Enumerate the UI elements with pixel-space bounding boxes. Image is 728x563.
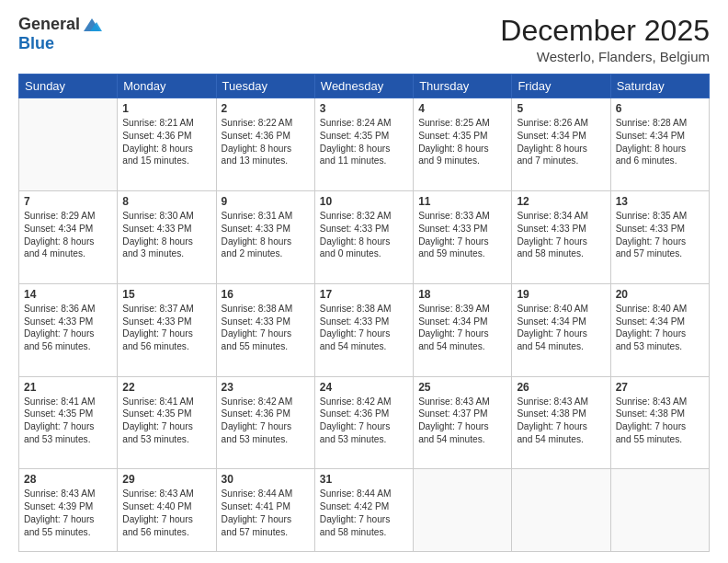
day-info: Sunrise: 8:34 AM Sunset: 4:33 PM Dayligh…	[517, 210, 605, 260]
table-row: 21Sunrise: 8:41 AM Sunset: 4:35 PM Dayli…	[19, 376, 118, 469]
table-row: 27Sunrise: 8:43 AM Sunset: 4:38 PM Dayli…	[610, 376, 709, 469]
day-number: 31	[320, 473, 408, 486]
table-row: 24Sunrise: 8:42 AM Sunset: 4:36 PM Dayli…	[314, 376, 413, 469]
table-row: 26Sunrise: 8:43 AM Sunset: 4:38 PM Dayli…	[512, 376, 610, 469]
day-info: Sunrise: 8:33 AM Sunset: 4:33 PM Dayligh…	[418, 210, 506, 260]
day-info: Sunrise: 8:21 AM Sunset: 4:36 PM Dayligh…	[122, 117, 210, 167]
calendar-week-row: 1Sunrise: 8:21 AM Sunset: 4:36 PM Daylig…	[19, 98, 710, 191]
col-monday: Monday	[118, 75, 216, 98]
day-info: Sunrise: 8:25 AM Sunset: 4:35 PM Dayligh…	[418, 117, 506, 167]
day-info: Sunrise: 8:40 AM Sunset: 4:34 PM Dayligh…	[616, 303, 704, 353]
logo: General Blue	[18, 15, 102, 53]
col-friday: Friday	[512, 75, 610, 98]
table-row: 29Sunrise: 8:43 AM Sunset: 4:40 PM Dayli…	[118, 469, 216, 552]
day-info: Sunrise: 8:39 AM Sunset: 4:34 PM Dayligh…	[418, 303, 506, 353]
day-info: Sunrise: 8:38 AM Sunset: 4:33 PM Dayligh…	[320, 303, 408, 353]
day-info: Sunrise: 8:36 AM Sunset: 4:33 PM Dayligh…	[24, 303, 112, 353]
day-info: Sunrise: 8:40 AM Sunset: 4:34 PM Dayligh…	[517, 303, 605, 353]
table-row: 19Sunrise: 8:40 AM Sunset: 4:34 PM Dayli…	[512, 283, 610, 376]
table-row: 8Sunrise: 8:30 AM Sunset: 4:33 PM Daylig…	[118, 190, 216, 283]
table-row: 23Sunrise: 8:42 AM Sunset: 4:36 PM Dayli…	[216, 376, 314, 469]
day-number: 21	[24, 381, 112, 394]
day-number: 7	[24, 195, 112, 208]
page: General Blue December 2025 Westerlo, Fla…	[0, 0, 728, 563]
day-number: 10	[320, 195, 408, 208]
table-row: 22Sunrise: 8:41 AM Sunset: 4:35 PM Dayli…	[118, 376, 216, 469]
col-wednesday: Wednesday	[314, 75, 413, 98]
table-row: 4Sunrise: 8:25 AM Sunset: 4:35 PM Daylig…	[414, 98, 512, 191]
day-info: Sunrise: 8:44 AM Sunset: 4:42 PM Dayligh…	[320, 488, 408, 538]
table-row: 16Sunrise: 8:38 AM Sunset: 4:33 PM Dayli…	[216, 283, 314, 376]
day-info: Sunrise: 8:42 AM Sunset: 4:36 PM Dayligh…	[320, 396, 408, 446]
logo-general-text: General	[18, 16, 80, 34]
day-info: Sunrise: 8:28 AM Sunset: 4:34 PM Dayligh…	[616, 117, 704, 167]
col-tuesday: Tuesday	[216, 75, 314, 98]
day-info: Sunrise: 8:31 AM Sunset: 4:33 PM Dayligh…	[222, 210, 310, 260]
day-number: 4	[418, 102, 506, 115]
table-row	[414, 469, 512, 552]
day-info: Sunrise: 8:43 AM Sunset: 4:38 PM Dayligh…	[517, 396, 605, 446]
logo-blue-text: Blue	[18, 34, 54, 52]
day-info: Sunrise: 8:41 AM Sunset: 4:35 PM Dayligh…	[122, 396, 210, 446]
day-info: Sunrise: 8:43 AM Sunset: 4:37 PM Dayligh…	[418, 396, 506, 446]
table-row: 13Sunrise: 8:35 AM Sunset: 4:33 PM Dayli…	[610, 190, 709, 283]
location: Westerlo, Flanders, Belgium	[500, 49, 710, 64]
day-number: 23	[222, 381, 310, 394]
header: General Blue December 2025 Westerlo, Fla…	[18, 15, 710, 64]
day-number: 12	[517, 195, 605, 208]
table-row: 9Sunrise: 8:31 AM Sunset: 4:33 PM Daylig…	[216, 190, 314, 283]
day-number: 11	[418, 195, 506, 208]
day-number: 5	[517, 102, 605, 115]
day-info: Sunrise: 8:30 AM Sunset: 4:33 PM Dayligh…	[122, 210, 210, 260]
day-number: 26	[517, 381, 605, 394]
table-row: 11Sunrise: 8:33 AM Sunset: 4:33 PM Dayli…	[414, 190, 512, 283]
day-number: 18	[418, 288, 506, 301]
table-row	[19, 98, 118, 191]
table-row: 6Sunrise: 8:28 AM Sunset: 4:34 PM Daylig…	[610, 98, 709, 191]
table-row	[512, 469, 610, 552]
day-info: Sunrise: 8:42 AM Sunset: 4:36 PM Dayligh…	[222, 396, 310, 446]
table-row: 14Sunrise: 8:36 AM Sunset: 4:33 PM Dayli…	[19, 283, 118, 376]
calendar-week-row: 14Sunrise: 8:36 AM Sunset: 4:33 PM Dayli…	[19, 283, 710, 376]
day-number: 22	[122, 381, 210, 394]
day-number: 16	[222, 288, 310, 301]
day-number: 6	[616, 102, 704, 115]
day-info: Sunrise: 8:35 AM Sunset: 4:33 PM Dayligh…	[616, 210, 704, 260]
table-row: 28Sunrise: 8:43 AM Sunset: 4:39 PM Dayli…	[19, 469, 118, 552]
day-number: 20	[616, 288, 704, 301]
day-number: 1	[122, 102, 210, 115]
day-number: 19	[517, 288, 605, 301]
day-number: 8	[122, 195, 210, 208]
table-row: 20Sunrise: 8:40 AM Sunset: 4:34 PM Dayli…	[610, 283, 709, 376]
day-number: 2	[222, 102, 310, 115]
table-row: 25Sunrise: 8:43 AM Sunset: 4:37 PM Dayli…	[414, 376, 512, 469]
table-row: 3Sunrise: 8:24 AM Sunset: 4:35 PM Daylig…	[314, 98, 413, 191]
table-row: 5Sunrise: 8:26 AM Sunset: 4:34 PM Daylig…	[512, 98, 610, 191]
col-saturday: Saturday	[610, 75, 709, 98]
table-row: 18Sunrise: 8:39 AM Sunset: 4:34 PM Dayli…	[414, 283, 512, 376]
calendar-week-row: 28Sunrise: 8:43 AM Sunset: 4:39 PM Dayli…	[19, 469, 710, 552]
day-info: Sunrise: 8:43 AM Sunset: 4:38 PM Dayligh…	[616, 396, 704, 446]
month-title: December 2025	[500, 15, 710, 47]
day-number: 17	[320, 288, 408, 301]
calendar-table: Sunday Monday Tuesday Wednesday Thursday…	[18, 74, 710, 552]
day-number: 3	[320, 102, 408, 115]
calendar-week-row: 21Sunrise: 8:41 AM Sunset: 4:35 PM Dayli…	[19, 376, 710, 469]
day-number: 29	[122, 473, 210, 486]
day-info: Sunrise: 8:43 AM Sunset: 4:39 PM Dayligh…	[24, 488, 112, 538]
day-number: 24	[320, 381, 408, 394]
col-sunday: Sunday	[19, 75, 118, 98]
day-number: 14	[24, 288, 112, 301]
calendar-header-row: Sunday Monday Tuesday Wednesday Thursday…	[19, 75, 710, 98]
day-info: Sunrise: 8:43 AM Sunset: 4:40 PM Dayligh…	[122, 488, 210, 538]
table-row: 1Sunrise: 8:21 AM Sunset: 4:36 PM Daylig…	[118, 98, 216, 191]
day-number: 27	[616, 381, 704, 394]
day-number: 25	[418, 381, 506, 394]
table-row: 12Sunrise: 8:34 AM Sunset: 4:33 PM Dayli…	[512, 190, 610, 283]
title-block: December 2025 Westerlo, Flanders, Belgiu…	[500, 15, 710, 64]
calendar-week-row: 7Sunrise: 8:29 AM Sunset: 4:34 PM Daylig…	[19, 190, 710, 283]
day-number: 9	[222, 195, 310, 208]
table-row: 31Sunrise: 8:44 AM Sunset: 4:42 PM Dayli…	[314, 469, 413, 552]
table-row	[610, 469, 709, 552]
day-info: Sunrise: 8:26 AM Sunset: 4:34 PM Dayligh…	[517, 117, 605, 167]
